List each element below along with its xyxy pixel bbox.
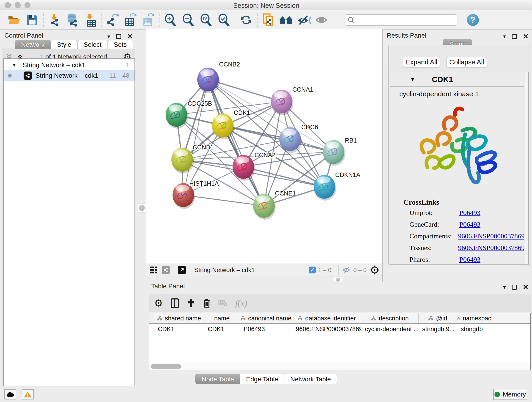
tree-expand-icon[interactable]: ▼ <box>12 62 17 68</box>
help-button[interactable]: ? <box>467 14 479 26</box>
node-RB1[interactable]: RB1 <box>323 137 357 166</box>
protein-structure-image <box>390 105 528 197</box>
node-CCNA1[interactable]: CCNA1 <box>271 86 313 115</box>
hidden-eye-icon <box>342 267 351 274</box>
network-tree-root-row[interactable]: ▼ String Network – cdk1 1 <box>4 60 134 70</box>
vertical-splitter-handle[interactable] <box>137 203 146 212</box>
collapse-gene-icon[interactable]: ▼ <box>410 76 415 83</box>
crosslink-link[interactable]: P06493 <box>459 220 481 228</box>
float-panel-icon[interactable] <box>116 34 121 39</box>
tab-select[interactable]: Select <box>77 40 108 49</box>
export-table-button[interactable] <box>121 12 139 28</box>
node-CDK1[interactable]: CDK1 <box>212 109 250 139</box>
node-CDC6[interactable]: CDC6 <box>279 124 318 153</box>
import-network-database-button[interactable] <box>63 12 81 28</box>
crosslink-link[interactable]: 9606.ENSP00000378699 <box>458 232 528 240</box>
gene-header-row[interactable]: ▼ CDK1 <box>390 72 528 87</box>
memory-button[interactable]: Memory <box>493 389 527 400</box>
column-header-canonical-name[interactable]: canonical name <box>240 313 292 323</box>
collapse-all-button[interactable]: Collapse All <box>447 57 487 67</box>
expand-all-button[interactable]: Expand All <box>403 57 440 67</box>
cloud-button[interactable] <box>4 389 16 400</box>
collapse-panel-icon[interactable]: ▾ <box>503 33 506 40</box>
float-panel-icon[interactable] <box>512 34 517 39</box>
zoom-out-button[interactable] <box>179 12 197 28</box>
column-header-name[interactable]: name <box>204 313 240 323</box>
table-options-gear-icon[interactable]: ⚙ <box>154 298 163 308</box>
horizontal-splitter-handle[interactable] <box>333 277 343 283</box>
column-header-description[interactable]: description <box>361 313 418 323</box>
import-table-file-button[interactable] <box>81 12 99 28</box>
tab-style[interactable]: Style <box>51 40 77 49</box>
network-view-canvas[interactable]: CCNB2CCNA1CDC25BCDK1CDC6RB1CCNB1CCNA2CDK… <box>146 29 382 264</box>
import-network-icon <box>48 13 61 27</box>
node-label-CCNB1: CCNB1 <box>193 144 214 151</box>
node-CCNE1[interactable]: CCNE1 <box>253 190 296 220</box>
warnings-button[interactable] <box>22 389 34 400</box>
export-network-button[interactable] <box>103 12 121 28</box>
open-session-button[interactable] <box>5 12 23 28</box>
table-cell[interactable]: stringdb <box>457 324 491 334</box>
node-table[interactable]: shared namenamecanonical namedatabase id… <box>149 313 531 370</box>
table-cell[interactable]: cyclin-dependent ... <box>361 324 418 334</box>
edge-CCNB2-HIST1H1A[interactable] <box>183 80 208 195</box>
network-tree-child-row[interactable]: String Network – cdk1 11 48 <box>4 70 134 81</box>
open-in-window-button[interactable] <box>178 266 186 274</box>
crosslink-link[interactable]: 9606.ENSP00000378699 <box>458 244 528 252</box>
node-label-CCNA1: CCNA1 <box>292 86 313 93</box>
tab-network-table[interactable]: Network Table <box>284 374 337 384</box>
node-label-CDC6: CDC6 <box>301 124 318 131</box>
scrollbar-thumb[interactable] <box>151 364 181 369</box>
create-column-icon[interactable] <box>187 299 195 308</box>
tab-edge-table[interactable]: Edge Table <box>240 374 284 384</box>
float-panel-icon[interactable] <box>512 285 517 290</box>
column-header--id[interactable]: @id <box>418 313 457 323</box>
delete-column-icon[interactable] <box>203 298 210 308</box>
node-CDKN1A[interactable]: CDKN1A <box>314 172 360 201</box>
results-scrollbar[interactable] <box>524 72 528 264</box>
save-session-button[interactable] <box>23 12 41 28</box>
column-header-shared-name[interactable]: shared name <box>154 313 204 323</box>
collapse-panel-icon[interactable]: ▾ <box>108 33 110 40</box>
zoom-in-button[interactable] <box>161 12 179 28</box>
table-cell[interactable]: P06493 <box>240 324 292 334</box>
duplicate-network-button[interactable] <box>259 12 277 28</box>
table-cell[interactable]: 9606.ENSP00000378699 <box>292 324 361 334</box>
node-CCNB2[interactable]: CCNB2 <box>197 61 240 93</box>
tab-sets[interactable]: Sets <box>108 40 133 49</box>
column-header-database-identifier[interactable]: database identifier <box>292 313 361 323</box>
zoom-selected-button[interactable] <box>215 12 233 28</box>
tab-node-table[interactable]: Node Table <box>196 374 240 384</box>
import-network-file-button[interactable] <box>45 12 63 28</box>
export-image-button[interactable] <box>139 12 157 28</box>
tab-network[interactable]: Network <box>15 40 51 49</box>
birds-eye-view-icon[interactable] <box>370 265 380 275</box>
collapse-panel-icon[interactable]: ▾ <box>503 284 506 290</box>
selected-checkbox-icon[interactable]: ✓ <box>309 267 316 274</box>
apply-layout-button[interactable] <box>237 12 255 28</box>
crosslink-link[interactable]: P06493 <box>459 209 481 217</box>
zoom-fit-button[interactable] <box>197 12 215 28</box>
crosslink-link[interactable]: P06493 <box>459 255 481 263</box>
table-cell[interactable]: CDK1 <box>154 324 204 334</box>
table-cell[interactable]: CDK1 <box>204 324 240 334</box>
show-all-networks-button[interactable] <box>277 12 295 28</box>
eye-gray-icon <box>315 14 329 26</box>
edge-HIST1H1A-CCNE1[interactable] <box>183 195 264 206</box>
table-cell[interactable]: stringdb:9... <box>418 324 457 334</box>
grid-view-icon[interactable] <box>149 266 157 274</box>
search-input[interactable] <box>345 14 457 26</box>
table-data-row[interactable]: CDK1CDK1P064939606.ENSP00000378699cyclin… <box>149 324 531 334</box>
column-header-namespac[interactable]: namespac <box>457 313 491 323</box>
hide-selected-button[interactable] <box>295 12 313 28</box>
close-panel-icon[interactable]: ✕ <box>127 32 133 40</box>
string-view-icon[interactable] <box>162 266 170 274</box>
node-HIST1H1A[interactable]: HIST1H1A <box>172 180 219 209</box>
close-panel-icon[interactable]: ✕ <box>523 283 529 291</box>
column-header-label: name <box>214 315 230 322</box>
search-icon <box>348 17 355 24</box>
show-columns-icon[interactable] <box>171 298 179 308</box>
network-graph[interactable]: CCNB2CCNA1CDC25BCDK1CDC6RB1CCNB1CCNA2CDK… <box>146 29 382 264</box>
show-hidden-button[interactable] <box>313 12 331 28</box>
table-horizontal-scrollbar[interactable] <box>149 363 530 370</box>
